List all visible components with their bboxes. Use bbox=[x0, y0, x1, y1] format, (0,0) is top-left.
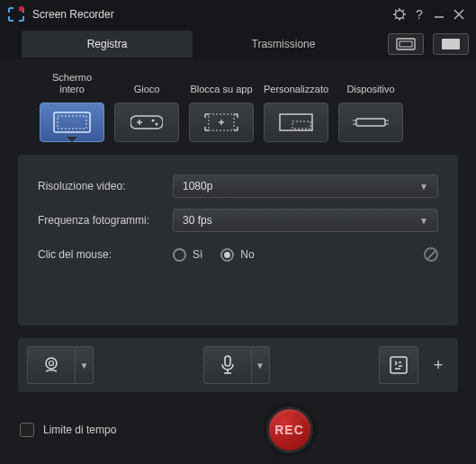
svg-line-9 bbox=[403, 10, 405, 12]
microphone-dropdown[interactable]: ▼ bbox=[252, 346, 270, 384]
add-source-button[interactable]: + bbox=[427, 346, 449, 384]
svg-line-8 bbox=[395, 18, 397, 20]
chevron-down-icon: ▼ bbox=[419, 182, 428, 192]
settings-icon[interactable] bbox=[390, 4, 409, 24]
webcam-button[interactable] bbox=[27, 346, 76, 384]
svg-point-32 bbox=[46, 358, 57, 369]
mode-lockapp-button[interactable] bbox=[189, 103, 254, 142]
mouseclick-label: Clic del mouse: bbox=[38, 248, 173, 261]
svg-rect-14 bbox=[400, 41, 412, 47]
mode-label-fullscreen: Schermo intero bbox=[40, 70, 104, 95]
svg-line-6 bbox=[395, 10, 397, 12]
svg-point-1 bbox=[396, 11, 404, 19]
fullscreen-mode-button[interactable] bbox=[433, 33, 469, 55]
footer: Limite di tempo REC bbox=[0, 401, 476, 459]
chevron-down-icon: ▼ bbox=[419, 216, 428, 226]
mouseclick-yes-label: Sì bbox=[193, 248, 202, 261]
svg-rect-37 bbox=[391, 357, 407, 373]
tab-strip: Registra Trasmissione bbox=[0, 29, 476, 59]
overlay-button[interactable] bbox=[379, 346, 418, 384]
window-title: Screen Recorder bbox=[32, 8, 390, 21]
resolution-select[interactable]: 1080p ▼ bbox=[173, 174, 438, 198]
framerate-select[interactable]: 30 fps ▼ bbox=[173, 209, 438, 232]
timelimit-checkbox[interactable] bbox=[20, 423, 34, 437]
titlebar: Screen Recorder ? bbox=[0, 0, 476, 29]
resolution-label: Risoluzione video: bbox=[38, 180, 173, 192]
mode-label-game: Gioco bbox=[114, 70, 179, 95]
settings-panel: Risoluzione video: 1080p ▼ Frequenza fot… bbox=[18, 155, 458, 326]
minimize-button[interactable] bbox=[429, 4, 449, 24]
microphone-button[interactable] bbox=[203, 346, 252, 384]
mouseclick-no-label: No bbox=[240, 248, 254, 261]
record-button[interactable]: REC bbox=[266, 406, 313, 453]
svg-rect-34 bbox=[225, 356, 230, 366]
help-icon[interactable]: ? bbox=[409, 4, 429, 24]
svg-rect-26 bbox=[292, 121, 310, 129]
svg-rect-25 bbox=[280, 114, 312, 130]
record-button-label: REC bbox=[274, 423, 304, 437]
svg-rect-17 bbox=[58, 116, 86, 129]
display-mode-button[interactable] bbox=[388, 33, 424, 55]
radio-icon bbox=[173, 248, 186, 262]
svg-rect-16 bbox=[54, 112, 90, 132]
mode-label-device: Dispositivo bbox=[338, 70, 403, 95]
tab-record[interactable]: Registra bbox=[22, 31, 193, 58]
svg-line-7 bbox=[403, 18, 405, 20]
resolution-value: 1080p bbox=[183, 180, 212, 192]
mode-game-button[interactable] bbox=[114, 103, 179, 142]
source-strip: ▼ ▼ + bbox=[18, 338, 458, 392]
mode-label-lockapp: Blocca su app bbox=[189, 70, 254, 95]
svg-point-21 bbox=[156, 123, 158, 126]
mode-labels: Schermo intero Gioco Blocca su app Perso… bbox=[0, 59, 476, 103]
prohibit-icon bbox=[424, 247, 438, 262]
mode-device-button[interactable] bbox=[338, 103, 403, 142]
close-button[interactable] bbox=[449, 4, 469, 24]
svg-rect-27 bbox=[356, 119, 385, 126]
mode-fullscreen-button[interactable] bbox=[40, 103, 104, 142]
timelimit-label: Limite di tempo bbox=[43, 424, 178, 436]
mode-buttons bbox=[0, 103, 476, 155]
app-logo-icon bbox=[7, 5, 25, 23]
svg-point-0 bbox=[19, 6, 24, 12]
webcam-dropdown[interactable]: ▼ bbox=[76, 346, 94, 384]
radio-icon bbox=[220, 248, 234, 262]
tab-stream[interactable]: Trasmissione bbox=[198, 31, 369, 58]
mouseclick-no-radio[interactable]: No bbox=[220, 248, 254, 262]
framerate-label: Frequenza fotogrammi: bbox=[38, 214, 173, 227]
mouseclick-yes-radio[interactable]: Sì bbox=[173, 248, 202, 262]
mode-custom-button[interactable] bbox=[264, 103, 328, 142]
framerate-value: 30 fps bbox=[183, 214, 212, 227]
svg-point-33 bbox=[49, 361, 54, 366]
svg-rect-15 bbox=[442, 39, 460, 49]
mode-label-custom: Personalizzato bbox=[264, 70, 328, 95]
svg-point-20 bbox=[152, 120, 155, 122]
